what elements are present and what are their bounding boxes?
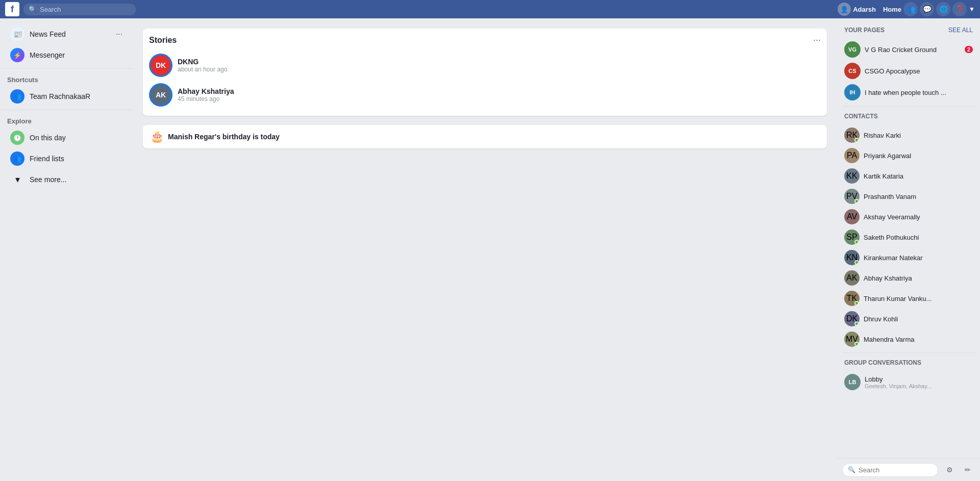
shortcuts-title: Shortcuts: [0, 72, 133, 86]
contact-priyank[interactable]: PA Priyank Agarwal: [842, 145, 975, 166]
nav-chevron-icon[interactable]: ▼: [969, 6, 975, 13]
search-icon: 🔍: [29, 6, 37, 13]
sidebar-item-on-this-day[interactable]: 🕐 On this day: [3, 128, 130, 148]
sidebar-item-team[interactable]: 👥 Team RachnakaaR: [3, 86, 130, 107]
notifications-icon[interactable]: 🌐: [936, 2, 950, 16]
birthday-icon: 🎂: [150, 130, 164, 143]
akshay-avatar: AV: [844, 209, 860, 224]
story-item-dkng[interactable]: DK DKNG about an hour ago: [149, 50, 821, 80]
birthday-suffix: 's birthday is today: [215, 133, 280, 141]
prashanth-avatar: PV: [844, 189, 860, 204]
tharun-name: Tharun Kumar Vanku...: [864, 295, 932, 302]
help-icon[interactable]: ❓: [952, 2, 967, 16]
contacts-header: CONTACTS: [842, 110, 975, 123]
story-time-abhay: 45 minutes ago: [178, 95, 234, 103]
stories-card: Stories ··· DK DKNG about an hour ago AK: [143, 29, 827, 116]
sidebar-item-news-feed[interactable]: 📰 News Feed ···: [3, 24, 130, 44]
messages-icon[interactable]: 💬: [920, 2, 934, 16]
abhay2-avatar: AK: [844, 270, 860, 286]
username-label: Adarsh: [853, 6, 876, 13]
csgo-page-name: CSGO Apocalypse: [865, 67, 920, 75]
online-indicator: [854, 260, 859, 265]
see-all-link[interactable]: SEE ALL: [948, 27, 973, 34]
contact-rishav[interactable]: RK Rishav Karki: [842, 125, 975, 145]
right-bottom-bar: 🔍 ⚙ ✏: [837, 458, 980, 481]
ihate-avatar: IH: [844, 84, 861, 100]
left-sidebar: 📰 News Feed ··· ⚡ Messenger Shortcuts 👥 …: [0, 18, 133, 481]
mahendra-name: Mahendra Varma: [864, 336, 914, 343]
contacts-title: CONTACTS: [844, 113, 878, 120]
sidebar-item-see-more[interactable]: ▾ See more...: [3, 169, 130, 190]
online-indicator: [854, 138, 859, 142]
dkng-avatar-img: DK: [149, 54, 173, 77]
friend-lists-icon: 👥: [10, 151, 24, 166]
saketh-name: Saketh Pothukuchi: [864, 234, 919, 241]
dhruv-name: Dhruv Kohli: [864, 315, 898, 323]
lobby-avatar: LB: [844, 374, 861, 390]
your-pages-title: YOUR PAGES: [844, 27, 885, 34]
rishav-name: Rishav Karki: [864, 132, 901, 139]
contact-prashanth[interactable]: PV Prashanth Vanam: [842, 186, 975, 207]
contact-dhruv[interactable]: DK Dhruv Kohli: [842, 309, 975, 329]
settings-icon[interactable]: ⚙: [942, 463, 957, 477]
story-info-dkng: DKNG about an hour ago: [178, 58, 227, 73]
lobby-subtitle: Geetesh, Vinjam, Akshay...: [865, 383, 932, 389]
vg-page-name: V G Rao Cricket Ground: [865, 46, 937, 54]
kartik-avatar: KK: [844, 168, 860, 184]
story-item-abhay[interactable]: AK Abhay Kshatriya 45 minutes ago: [149, 80, 821, 110]
story-name-dkng: DKNG: [178, 58, 227, 66]
on-this-day-icon: 🕐: [10, 131, 24, 145]
story-avatar-dkng: DK: [149, 54, 173, 77]
messenger-icon: ⚡: [10, 48, 24, 62]
prashanth-name: Prashanth Vanam: [864, 193, 916, 200]
story-avatar-abhay: AK: [149, 83, 173, 107]
saketh-avatar: SP: [844, 230, 860, 245]
navbar: f 🔍 👤 Adarsh Home 👥 💬 🌐 ❓ ▼: [0, 0, 980, 18]
contact-akshay[interactable]: AV Akshay Veeramally: [842, 207, 975, 227]
akshay-name: Akshay Veeramally: [864, 213, 920, 221]
lobby-info: Lobby Geetesh, Vinjam, Akshay...: [865, 375, 932, 389]
search-input[interactable]: [40, 6, 131, 13]
csgo-avatar: CS: [844, 63, 861, 79]
page-item-csgo[interactable]: CS CSGO Apocalypse: [842, 60, 975, 82]
story-name-abhay: Abhay Kshatriya: [178, 87, 234, 95]
online-indicator: [854, 301, 859, 306]
facebook-logo[interactable]: f: [5, 2, 19, 16]
new-message-icon[interactable]: ✏: [961, 463, 975, 477]
your-pages-header: YOUR PAGES SEE ALL: [842, 23, 975, 37]
dhruv-avatar: DK: [844, 311, 860, 326]
navbar-center: 👤 Adarsh Home 👥 💬 🌐 ❓ ▼: [838, 2, 975, 16]
page-item-ihate[interactable]: IH I hate when people touch ...: [842, 82, 975, 103]
rishav-avatar: RK: [844, 128, 860, 143]
birthday-name: Manish Regar: [168, 133, 215, 141]
news-feed-dots[interactable]: ···: [116, 30, 122, 39]
contact-saketh[interactable]: SP Saketh Pothukuchi: [842, 227, 975, 247]
group-lobby[interactable]: LB Lobby Geetesh, Vinjam, Akshay...: [842, 371, 975, 411]
lobby-name: Lobby: [865, 375, 932, 383]
main-layout: 📰 News Feed ··· ⚡ Messenger Shortcuts 👥 …: [0, 0, 980, 481]
ihate-page-name: I hate when people touch ...: [865, 89, 946, 96]
explore-title: Explore: [0, 113, 133, 127]
kartik-name: Kartik Kataria: [864, 172, 903, 180]
sidebar-item-friend-lists[interactable]: 👥 Friend lists: [3, 148, 130, 169]
contact-kiran[interactable]: KN Kirankumar Natekar: [842, 247, 975, 268]
stories-more-icon[interactable]: ···: [813, 35, 821, 45]
avatar[interactable]: 👤: [838, 3, 851, 16]
online-indicator: [854, 321, 859, 326]
contact-mahendra[interactable]: MV Mahendra Varma: [842, 329, 975, 349]
birthday-bar[interactable]: 🎂 Manish Regar's birthday is today: [143, 125, 827, 148]
group-conversations-title: GROUP CONVERSATIONS: [844, 359, 921, 366]
friends-icon[interactable]: 👥: [903, 2, 918, 16]
kiran-avatar: KN: [844, 250, 860, 265]
contact-tharun[interactable]: TK Tharun Kumar Vanku...: [842, 288, 975, 309]
home-link[interactable]: Home: [883, 6, 901, 13]
sidebar-item-messenger[interactable]: ⚡ Messenger: [3, 45, 130, 65]
page-item-vg[interactable]: VG V G Rao Cricket Ground 2: [842, 39, 975, 60]
see-more-label: See more...: [30, 175, 66, 184]
contact-kartik[interactable]: KK Kartik Kataria: [842, 166, 975, 186]
tharun-avatar: TK: [844, 291, 860, 306]
team-label: Team RachnakaaR: [30, 92, 90, 100]
priyank-avatar: PA: [844, 148, 860, 163]
contact-abhay2[interactable]: AK Abhay Kshatriya: [842, 268, 975, 288]
bottom-search-input[interactable]: [859, 466, 933, 474]
